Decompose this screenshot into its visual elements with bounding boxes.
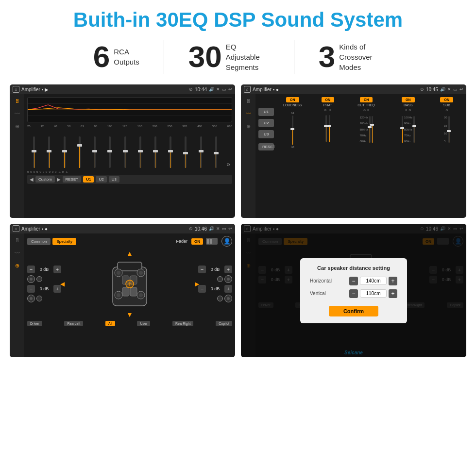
zone-all[interactable]: All <box>105 321 115 326</box>
dialog-vertical-row: Vertical − 110cm + <box>310 289 397 298</box>
fader-ctrl-bl: − 0 dB + <box>27 285 61 293</box>
screen-eq: Amplifier ▪ ▶ ⊙ 10:44 🔊 ✕ ▭ ↩ 🎚 〰 ⊕ <box>10 84 235 218</box>
stat-crossover-desc: Kinds ofCrossover Modes <box>339 42 383 72</box>
screen-fader-dialog: Amplifier ▪ ● ⊙ 10:46 🔊 ✕ ▭ ↩ 🎚 〰 ⊕ <box>241 224 466 357</box>
dialog-horizontal-minus[interactable]: − <box>349 277 358 285</box>
plus-tl[interactable]: + <box>53 266 61 273</box>
dialog-horizontal-label: Horizontal <box>310 278 332 283</box>
eq-slider-9 <box>149 136 162 168</box>
sidebar-icon-eq[interactable]: 🎚 <box>15 98 20 104</box>
eq-track-3[interactable] <box>64 136 66 168</box>
zone-user[interactable]: User <box>137 321 150 326</box>
amp-main-content: U1 U2 U3 RESET ON LOUDNESS 64 <box>255 94 466 218</box>
dialog-vertical-minus[interactable]: − <box>349 289 358 298</box>
sidebar-icon-wave-3[interactable]: 〰 <box>15 250 20 256</box>
cutfreq-slider-2[interactable] <box>372 116 373 143</box>
arrow-down[interactable]: ▼ <box>126 311 133 318</box>
zone-rearright[interactable]: RearRight <box>172 321 194 326</box>
bass-slider-2[interactable] <box>413 116 415 143</box>
eq-u2-btn[interactable]: U2 <box>96 176 106 183</box>
bass-slider-1[interactable] <box>402 116 403 143</box>
home-icon-2[interactable] <box>244 86 251 93</box>
fader-on-btn[interactable]: ON <box>191 238 203 245</box>
plus-br[interactable]: + <box>224 285 232 293</box>
svg-point-11 <box>139 293 143 297</box>
zone-driver[interactable]: Driver <box>27 321 42 326</box>
expand-icon[interactable]: » <box>226 160 230 168</box>
eq-track-13[interactable] <box>215 136 217 168</box>
minus-tr[interactable]: − <box>198 266 206 273</box>
home-icon-3[interactable] <box>13 225 19 232</box>
eq-track-12[interactable] <box>200 136 202 168</box>
minus-bl[interactable]: − <box>27 285 35 293</box>
eq-track-8[interactable] <box>139 136 141 168</box>
phat-slider-2[interactable] <box>329 115 330 142</box>
sidebar-icon-speaker-2[interactable]: ⊕ <box>246 123 251 130</box>
eq-track-9[interactable] <box>154 136 156 168</box>
loudness-on[interactable]: ON <box>286 97 299 102</box>
eq-u3-btn[interactable]: U3 <box>109 176 119 183</box>
eq-slider-8 <box>134 136 147 168</box>
eq-slider-7 <box>118 136 132 168</box>
preset-u1[interactable]: U1 <box>258 108 274 116</box>
sidebar-icon-eq-3[interactable]: 🎚 <box>15 237 20 243</box>
eq-track-4[interactable] <box>79 136 81 168</box>
speaker-icons-left <box>27 275 61 283</box>
eq-slider-11 <box>179 136 192 168</box>
amp-reset-btn[interactable]: RESET <box>258 143 274 150</box>
cutfreq-on[interactable]: ON <box>360 97 373 102</box>
dialog-horizontal-plus[interactable]: + <box>389 277 397 285</box>
eq-reset-btn[interactable]: RESET <box>63 176 82 183</box>
eq-track-2[interactable] <box>48 136 50 168</box>
sidebar-icon-speaker-3[interactable]: ⊕ <box>15 263 19 269</box>
zone-rearleft[interactable]: RearLeft <box>64 321 83 326</box>
sidebar-icon-wave[interactable]: 〰 <box>15 111 20 116</box>
sub-slider[interactable] <box>448 116 450 143</box>
bass-on[interactable]: ON <box>402 97 415 102</box>
eq-track-10[interactable] <box>170 136 171 168</box>
loudness-slider[interactable] <box>292 116 293 145</box>
status-title-1: Amplifier ▪ ▶ <box>21 87 187 92</box>
plus-tr[interactable]: + <box>224 266 232 273</box>
eq-next-btn[interactable]: ▶ <box>57 177 61 182</box>
fader-ctrl-tr: − 0 dB + <box>198 266 232 273</box>
phat-on[interactable]: ON <box>322 97 335 102</box>
eq-u1-btn[interactable]: U1 <box>83 176 94 183</box>
arrow-left[interactable]: ◀ <box>60 281 65 287</box>
preset-u2[interactable]: U2 <box>258 119 274 127</box>
eq-track-11[interactable] <box>185 136 187 168</box>
sub-on[interactable]: ON <box>440 97 453 102</box>
cutfreq-slider-1[interactable] <box>369 116 371 143</box>
arrow-right[interactable]: ▶ <box>195 281 199 287</box>
val-tr: 0 dB <box>207 267 223 272</box>
freq-160: 160 <box>137 125 142 128</box>
screen-fader: Amplifier ▪ ● ⊙ 10:46 🔊 ✕ ▭ ↩ 🎚 〰 ⊕ <box>10 224 235 357</box>
eq-track-7[interactable] <box>124 136 126 168</box>
freq-200: 200 <box>153 125 157 128</box>
sidebar-icon-wave-2[interactable]: 〰 <box>246 111 251 116</box>
sidebar-icon-eq-2[interactable]: 🎚 <box>246 98 251 104</box>
minus-tl[interactable]: − <box>27 266 35 273</box>
preset-u3[interactable]: U3 <box>258 130 274 138</box>
sidebar-icon-speaker[interactable]: ⊕ <box>15 123 19 130</box>
eq-bottom-bar: ◀ Custom ▶ RESET U1 U2 U3 <box>27 175 232 184</box>
confirm-button[interactable]: Confirm <box>329 306 378 316</box>
tab-specialty[interactable]: Specialty <box>52 238 76 245</box>
phat-slider-1[interactable] <box>325 115 327 142</box>
dialog-vertical-plus[interactable]: + <box>389 289 397 298</box>
home-icon-1[interactable] <box>13 86 19 93</box>
eq-track-5[interactable] <box>94 136 96 168</box>
screens-grid: Amplifier ▪ ▶ ⊙ 10:44 🔊 ✕ ▭ ↩ 🎚 〰 ⊕ <box>10 84 466 357</box>
volume-icon-3: 🔊 <box>209 226 214 231</box>
stat-rca-desc: RCAOutputs <box>114 47 139 67</box>
minus-br[interactable]: − <box>198 285 206 293</box>
eq-slider-12 <box>194 136 208 168</box>
eq-prev-btn[interactable]: ◀ <box>30 177 34 182</box>
eq-track-6[interactable] <box>109 136 111 168</box>
tab-common[interactable]: Common <box>27 238 51 245</box>
fader-toggle[interactable] <box>206 238 218 245</box>
eq-custom-btn[interactable]: Custom <box>35 176 55 183</box>
arrow-up[interactable]: ▲ <box>126 249 133 257</box>
eq-track-1[interactable] <box>33 136 35 168</box>
zone-copilot[interactable]: Copilot <box>216 321 232 326</box>
